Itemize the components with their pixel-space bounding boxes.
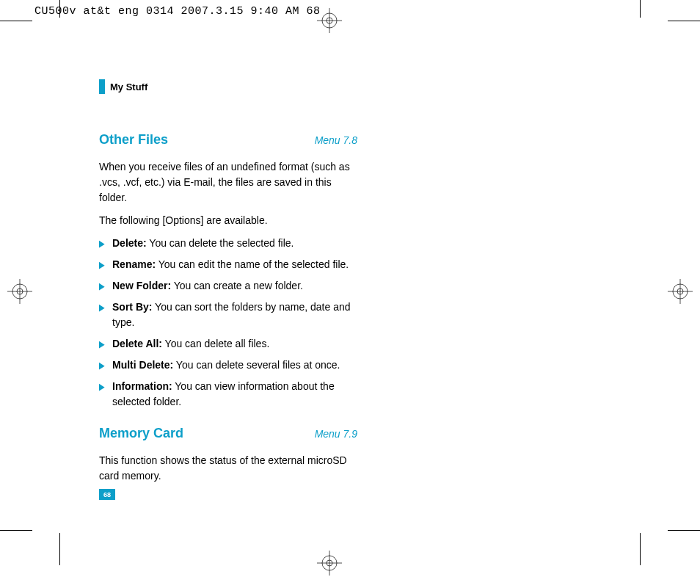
crop-mark: [59, 533, 60, 565]
option-item: Delete: You can delete the selected file…: [99, 236, 360, 251]
registration-mark-icon: [7, 279, 32, 304]
crop-mark: [0, 530, 32, 531]
crop-mark: [0, 21, 32, 21]
option-label: Rename:: [112, 258, 156, 270]
crop-mark: [640, 0, 641, 18]
option-desc: You can delete several files at once.: [173, 359, 340, 371]
topic-body: This function shows the status of the ex…: [99, 453, 360, 484]
topic-heading-row: Other Files Menu 7.8: [99, 132, 360, 148]
crop-mark: [59, 0, 60, 18]
crop-mark: [640, 533, 641, 565]
option-desc: You can delete the selected file.: [147, 237, 294, 249]
topic-title: Other Files: [99, 132, 168, 148]
option-item: Sort By: You can sort the folders by nam…: [99, 300, 360, 330]
option-label: Sort By:: [112, 301, 152, 313]
option-item: New Folder: You can create a new folder.: [99, 278, 360, 294]
topic-heading-row: Memory Card Menu 7.9: [99, 426, 360, 441]
option-item: Information: You can view information ab…: [99, 379, 360, 410]
options-lead: The following [Options] are available.: [99, 213, 360, 228]
option-label: Delete All:: [112, 338, 162, 349]
option-item: Rename: You can edit the name of the sel…: [99, 257, 360, 272]
section-accent-bar: [99, 79, 105, 94]
option-label: Delete:: [112, 237, 147, 249]
topic-title: Memory Card: [99, 426, 183, 441]
section-title: My Stuff: [110, 81, 147, 92]
page-content: My Stuff Other Files Menu 7.8 When you r…: [99, 79, 360, 491]
page-number: 68: [99, 489, 115, 500]
registration-mark-icon: [317, 551, 342, 576]
intro-paragraph: When you receive files of an undefined f…: [99, 159, 360, 206]
print-header: CU500v at&t eng 0314 2007.3.15 9:40 AM 6…: [34, 5, 321, 18]
menu-reference: Menu 7.9: [315, 428, 360, 440]
option-item: Multi Delete: You can delete several fil…: [99, 357, 360, 373]
options-list: Delete: You can delete the selected file…: [99, 236, 360, 410]
crop-mark: [668, 530, 700, 531]
option-desc: You can delete all files.: [162, 338, 269, 349]
option-desc: You can edit the name of the selected fi…: [156, 258, 349, 270]
option-item: Delete All: You can delete all files.: [99, 336, 360, 352]
registration-mark-icon: [317, 8, 342, 33]
registration-mark-icon: [668, 279, 693, 304]
section-header: My Stuff: [99, 79, 360, 94]
option-label: New Folder:: [112, 280, 171, 291]
option-label: Information:: [112, 380, 172, 392]
menu-reference: Menu 7.8: [315, 134, 360, 146]
option-label: Multi Delete:: [112, 359, 173, 371]
crop-mark: [668, 21, 700, 21]
option-desc: You can create a new folder.: [171, 280, 303, 291]
